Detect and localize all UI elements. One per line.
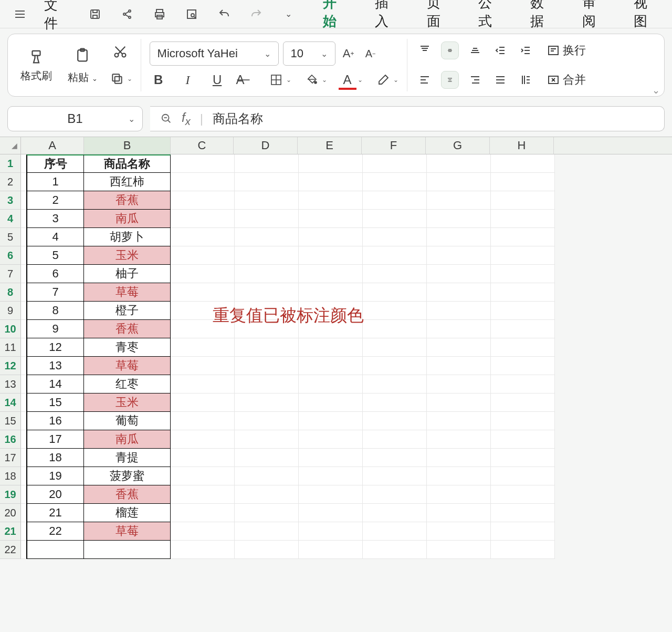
cell-A[interactable]: 4 — [26, 228, 84, 246]
tab-data[interactable]: 数据 — [530, 0, 557, 37]
copy-button[interactable]: ⌄ — [108, 70, 132, 88]
wrap-text-button[interactable]: 换行 — [542, 39, 591, 61]
empty-cell[interactable] — [491, 393, 555, 412]
undo-icon[interactable] — [216, 6, 233, 23]
empty-cell[interactable] — [491, 412, 555, 430]
cell-B[interactable]: 青枣 — [84, 338, 171, 357]
row-header[interactable]: 2 — [0, 173, 21, 191]
cell-A[interactable]: 8 — [26, 302, 84, 320]
empty-cell[interactable] — [235, 191, 299, 210]
empty-cell[interactable] — [491, 191, 555, 210]
font-size-select[interactable]: 10⌄ — [283, 42, 335, 66]
empty-cell[interactable] — [171, 393, 235, 412]
empty-cell[interactable] — [491, 173, 555, 191]
row-header[interactable]: 1 — [0, 154, 21, 173]
row-header[interactable]: 16 — [0, 430, 21, 449]
italic-icon[interactable]: I — [179, 71, 197, 89]
empty-cell[interactable] — [299, 210, 363, 228]
cell-B[interactable]: 葡萄 — [84, 412, 171, 430]
empty-cell[interactable] — [363, 302, 427, 320]
row-header[interactable]: 15 — [0, 412, 21, 430]
empty-cell[interactable] — [491, 210, 555, 228]
empty-cell[interactable] — [427, 504, 491, 522]
empty-cell[interactable] — [299, 467, 363, 485]
cell-A[interactable]: 7 — [26, 283, 84, 302]
col-header-C[interactable]: C — [171, 137, 234, 154]
cell-A[interactable]: 2 — [26, 191, 84, 210]
row-header[interactable]: 19 — [0, 485, 21, 504]
select-all-corner[interactable]: ◢ — [0, 137, 21, 154]
col-header-D[interactable]: D — [234, 137, 298, 154]
decrease-indent-icon[interactable] — [491, 42, 509, 59]
tab-review[interactable]: 审阅 — [582, 0, 609, 37]
empty-cell[interactable] — [363, 430, 427, 449]
bold-icon[interactable]: B — [150, 71, 167, 89]
tab-page[interactable]: 页面 — [427, 0, 454, 37]
empty-cell[interactable] — [491, 154, 555, 173]
cell-A[interactable]: 19 — [26, 467, 84, 485]
empty-cell[interactable] — [363, 154, 427, 173]
cell-B[interactable]: 胡萝卜 — [84, 228, 171, 246]
cut-icon[interactable] — [111, 43, 129, 60]
empty-cell[interactable] — [171, 338, 235, 357]
empty-cell[interactable] — [427, 430, 491, 449]
menu-icon[interactable] — [12, 6, 28, 23]
empty-cell[interactable] — [299, 449, 363, 467]
increase-font-icon[interactable]: A+ — [340, 45, 358, 63]
row-header[interactable]: 3 — [0, 191, 21, 210]
tab-view[interactable]: 视图 — [634, 0, 660, 37]
empty-cell[interactable] — [363, 522, 427, 541]
cell-A[interactable]: 20 — [26, 485, 84, 504]
align-right-icon[interactable] — [466, 71, 484, 89]
print-preview-icon[interactable] — [183, 6, 200, 23]
save-icon[interactable] — [87, 6, 103, 23]
empty-cell[interactable] — [235, 246, 299, 265]
row-header[interactable]: 5 — [0, 228, 21, 246]
row-header[interactable]: 11 — [0, 338, 21, 357]
empty-cell[interactable] — [427, 485, 491, 504]
empty-cell[interactable] — [363, 393, 427, 412]
empty-cell[interactable] — [363, 467, 427, 485]
cell-B[interactable]: 南瓜 — [84, 210, 171, 228]
empty-cell[interactable] — [299, 485, 363, 504]
name-box[interactable]: B1 ⌄ — [7, 106, 143, 131]
empty-cell[interactable] — [363, 210, 427, 228]
col-header-E[interactable]: E — [298, 137, 362, 154]
empty-cell[interactable] — [171, 154, 235, 173]
empty-cell[interactable] — [491, 504, 555, 522]
empty-cell[interactable] — [427, 357, 491, 375]
cell-B[interactable]: 红枣 — [84, 375, 171, 393]
empty-cell[interactable] — [363, 246, 427, 265]
merge-button[interactable]: 合并 — [542, 69, 591, 91]
col-header-B[interactable]: B — [84, 137, 171, 154]
cell-B[interactable]: 青提 — [84, 449, 171, 467]
empty-cell[interactable] — [171, 412, 235, 430]
empty-cell[interactable] — [299, 357, 363, 375]
cell-A[interactable]: 12 — [26, 338, 84, 357]
empty-cell[interactable] — [299, 154, 363, 173]
cell-B[interactable]: 榴莲 — [84, 504, 171, 522]
empty-cell[interactable] — [171, 265, 235, 283]
empty-cell[interactable] — [235, 522, 299, 541]
row-header[interactable]: 6 — [0, 246, 21, 265]
cell-B[interactable]: 西红柿 — [84, 173, 171, 191]
empty-cell[interactable] — [363, 449, 427, 467]
align-bottom-icon[interactable] — [466, 42, 484, 59]
empty-cell[interactable] — [363, 228, 427, 246]
align-middle-icon[interactable] — [441, 42, 459, 59]
empty-cell[interactable] — [235, 154, 299, 173]
empty-cell[interactable] — [363, 504, 427, 522]
empty-cell[interactable] — [491, 522, 555, 541]
align-center-icon[interactable] — [441, 71, 459, 89]
file-menu[interactable]: 文件 — [44, 0, 71, 33]
empty-cell[interactable] — [171, 449, 235, 467]
underline-icon[interactable]: U — [208, 71, 226, 89]
empty-cell[interactable] — [299, 541, 363, 559]
empty-cell[interactable] — [427, 320, 491, 338]
cell-area[interactable]: 序号商品名称1西红柿2香蕉3南瓜4胡萝卜5玉米6柚子7草莓8橙子9香蕉12青枣1… — [21, 154, 555, 559]
row-header[interactable]: 8 — [0, 283, 21, 302]
empty-cell[interactable] — [171, 228, 235, 246]
empty-cell[interactable] — [299, 338, 363, 357]
empty-cell[interactable] — [299, 228, 363, 246]
empty-cell[interactable] — [427, 449, 491, 467]
